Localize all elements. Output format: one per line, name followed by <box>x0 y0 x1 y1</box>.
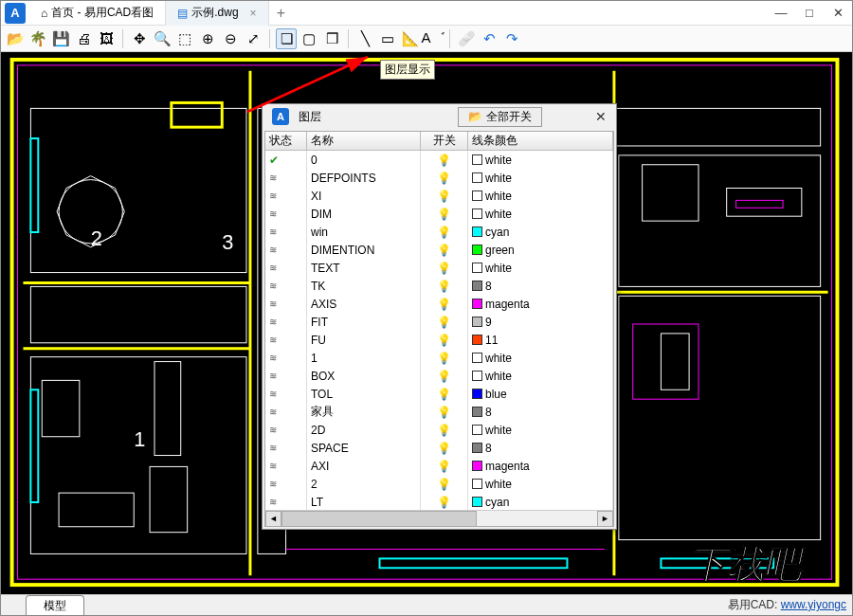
layer-row[interactable]: ≋FIT💡9 <box>265 313 613 331</box>
new-tab-button[interactable]: + <box>269 5 293 22</box>
layer-row[interactable]: ≋TK💡8 <box>265 277 613 295</box>
layer-color[interactable]: cyan <box>468 493 613 510</box>
lightbulb-icon[interactable]: 💡 <box>437 280 451 293</box>
lightbulb-icon[interactable]: 💡 <box>437 478 451 491</box>
measure-icon[interactable]: 📐 <box>400 28 421 49</box>
save-icon[interactable]: 💾 <box>50 28 71 49</box>
layer-row[interactable]: ≋AXI💡magenta <box>265 457 613 475</box>
layer-row[interactable]: ≋DEFPOINTS💡white <box>265 169 613 187</box>
layer-color[interactable]: white <box>468 349 613 367</box>
layer-row[interactable]: ≋TEXT💡white <box>265 259 613 277</box>
redo-icon[interactable]: ↷ <box>501 28 522 49</box>
dialog-close-button[interactable]: ✕ <box>591 109 610 124</box>
lightbulb-icon[interactable]: 💡 <box>437 370 451 383</box>
tab-file[interactable]: ▤ 示例.dwg × <box>166 1 268 26</box>
lightbulb-icon[interactable]: 💡 <box>437 154 451 167</box>
print-icon[interactable]: 🖨 <box>73 28 94 49</box>
zoom-in-icon[interactable]: ⊕ <box>197 28 218 49</box>
layer-color[interactable]: magenta <box>468 457 613 475</box>
layer-color[interactable]: 9 <box>468 313 613 331</box>
scroll-left-icon[interactable]: ◄ <box>265 511 281 527</box>
lightbulb-icon[interactable]: 💡 <box>437 460 451 473</box>
col-toggle[interactable]: 开关 <box>421 132 468 150</box>
toggle-all-button[interactable]: 📂 全部开关 <box>458 107 542 127</box>
layer-color[interactable]: white <box>468 205 613 223</box>
layer-row[interactable]: ≋TOL💡blue <box>265 385 613 403</box>
lightbulb-icon[interactable]: 💡 <box>437 298 451 311</box>
export-icon[interactable]: 🖼 <box>96 28 117 49</box>
layer-color[interactable]: white <box>468 421 613 439</box>
layer-color[interactable]: white <box>468 169 613 187</box>
col-color[interactable]: 线条颜色 <box>468 132 613 150</box>
lightbulb-icon[interactable]: 💡 <box>437 244 451 257</box>
lightbulb-icon[interactable]: 💡 <box>437 316 451 329</box>
brand-link[interactable]: www.yiyongc <box>781 598 846 611</box>
layer-color[interactable]: 8 <box>468 277 613 295</box>
box-icon[interactable]: ▢ <box>299 28 319 49</box>
lightbulb-icon[interactable]: 💡 <box>437 190 451 203</box>
layer-color[interactable]: 11 <box>468 331 613 349</box>
zoom-out-icon[interactable]: ⊖ <box>220 28 241 49</box>
layer-row[interactable]: ≋AXIS💡magenta <box>265 295 613 313</box>
lightbulb-icon[interactable]: 💡 <box>437 262 451 275</box>
layer-row[interactable]: ≋XI💡white <box>265 187 613 205</box>
dialog-titlebar[interactable]: A 图层 📂 全部开关 ✕ <box>263 104 616 129</box>
layer-row[interactable]: ≋LT💡cyan <box>265 493 613 510</box>
erase-icon[interactable]: 🩹 <box>456 28 477 49</box>
lightbulb-icon[interactable]: 💡 <box>437 388 451 401</box>
layer-color[interactable]: blue <box>468 385 613 403</box>
layer-row[interactable]: ≋2D💡white <box>265 421 613 439</box>
layer-color[interactable]: white <box>468 475 613 493</box>
layer-row[interactable]: ≋DIMENTION💡green <box>265 241 613 259</box>
layer-row[interactable]: ≋win💡cyan <box>265 223 613 241</box>
col-status[interactable]: 状态 <box>265 132 307 150</box>
scroll-right-icon[interactable]: ► <box>597 511 613 527</box>
lightbulb-icon[interactable]: 💡 <box>437 208 451 221</box>
zoom-region-icon[interactable]: 🔍 <box>152 28 172 49</box>
lightbulb-icon[interactable]: 💡 <box>437 442 451 455</box>
layers-icon[interactable]: ❏ <box>276 28 297 49</box>
layer-color[interactable]: 8 <box>468 439 613 457</box>
tab-home[interactable]: ⌂ 首页 - 易用CAD看图 <box>29 1 166 26</box>
tab-close-icon[interactable]: × <box>250 7 257 20</box>
layer-color[interactable]: 8 <box>468 403 613 421</box>
undo-icon[interactable]: ↶ <box>479 28 499 49</box>
line-icon[interactable]: ╲ <box>354 28 375 49</box>
layer-color[interactable]: green <box>468 241 613 259</box>
horizontal-scrollbar[interactable]: ◄ ► <box>265 510 613 526</box>
rect-icon[interactable]: ▭ <box>377 28 398 49</box>
minimize-button[interactable]: — <box>767 1 795 26</box>
cube-icon[interactable]: ❒ <box>321 28 342 49</box>
lightbulb-icon[interactable]: 💡 <box>437 226 451 239</box>
col-name[interactable]: 名称 <box>307 132 421 150</box>
pan-icon[interactable]: ✥ <box>129 28 150 49</box>
layer-row[interactable]: ≋BOX💡white <box>265 367 613 385</box>
layer-row[interactable]: ≋1💡white <box>265 349 613 367</box>
layer-color[interactable]: white <box>468 187 613 205</box>
lightbulb-icon[interactable]: 💡 <box>437 172 451 185</box>
layer-row[interactable]: ≋2💡white <box>265 475 613 493</box>
zoom-window-icon[interactable]: ⬚ <box>174 28 195 49</box>
model-tab[interactable]: 模型 <box>26 595 84 616</box>
lightbulb-icon[interactable]: 💡 <box>437 424 451 437</box>
layer-row[interactable]: ≋FU💡11 <box>265 331 613 349</box>
maximize-button[interactable]: □ <box>795 1 824 26</box>
layer-color[interactable]: white <box>468 367 613 385</box>
layer-row[interactable]: ≋SPACE💡8 <box>265 439 613 457</box>
layer-color[interactable]: cyan <box>468 223 613 241</box>
layer-row[interactable]: ✔0💡white <box>265 151 613 169</box>
scroll-thumb[interactable] <box>281 511 477 527</box>
palette-icon[interactable]: 🌴 <box>27 28 48 49</box>
text-icon[interactable]: A゛ <box>423 28 444 49</box>
open-file-icon[interactable]: 📂 <box>5 28 26 49</box>
layer-color[interactable]: white <box>468 259 613 277</box>
lightbulb-icon[interactable]: 💡 <box>437 334 451 347</box>
layer-row[interactable]: ≋DIM💡white <box>265 205 613 223</box>
lightbulb-icon[interactable]: 💡 <box>437 352 451 365</box>
lightbulb-icon[interactable]: 💡 <box>437 496 451 509</box>
zoom-extents-icon[interactable]: ⤢ <box>243 28 263 49</box>
lightbulb-icon[interactable]: 💡 <box>437 406 451 419</box>
layer-row[interactable]: ≋家具💡8 <box>265 403 613 421</box>
layer-color[interactable]: white <box>468 151 613 169</box>
layer-color[interactable]: magenta <box>468 295 613 313</box>
